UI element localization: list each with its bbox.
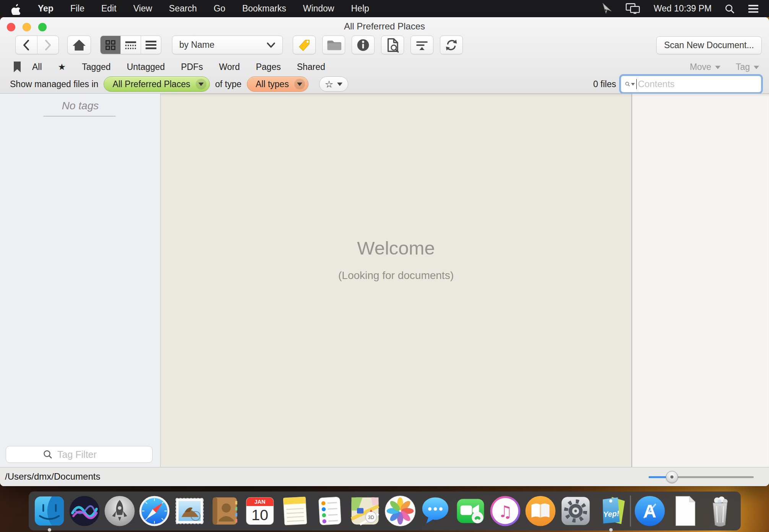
search-options-chevron-icon[interactable] xyxy=(631,83,635,86)
filter-tagged[interactable]: Tagged xyxy=(82,62,110,72)
dock-separator xyxy=(630,495,631,527)
safari-icon xyxy=(138,495,170,527)
icon-size-slider xyxy=(649,467,754,486)
dock-icon-finder[interactable] xyxy=(33,495,65,527)
divider xyxy=(43,116,116,117)
grid-view-button[interactable] xyxy=(101,36,120,54)
tag-filter-input[interactable] xyxy=(57,449,115,461)
quick-look-button[interactable] xyxy=(381,36,404,54)
forward-button[interactable] xyxy=(37,36,59,54)
chevron-down-icon xyxy=(266,42,276,48)
pointer-status-icon[interactable] xyxy=(602,3,612,15)
sort-select[interactable]: by Name xyxy=(172,36,283,54)
place-filter-value: All Preferred Places xyxy=(112,79,190,89)
menu-item-yep[interactable]: Yep xyxy=(29,3,62,14)
mail-icon xyxy=(174,495,206,527)
menu-item-edit[interactable]: Edit xyxy=(93,3,125,14)
app-store-letter: A xyxy=(643,501,656,521)
menu-item-file[interactable]: File xyxy=(62,3,93,14)
dock-icon-maps[interactable]: 3D xyxy=(349,495,381,527)
dock-icon-yep[interactable]: Yep! xyxy=(595,495,627,527)
filter-bar: All ★ Tagged Untagged PDFs Word Pages Sh… xyxy=(0,60,769,73)
detail-view-icon xyxy=(144,39,157,51)
detail-view-button[interactable] xyxy=(141,36,161,54)
tag-menu-button[interactable]: Tag xyxy=(736,62,759,72)
move-menu-button[interactable]: Move xyxy=(690,62,720,72)
menu-bar: Yep File Edit View Search Go Bookmarks W… xyxy=(0,0,769,17)
dock-icon-launchpad[interactable] xyxy=(104,495,136,527)
apple-menu[interactable] xyxy=(10,3,20,15)
refresh-button[interactable] xyxy=(440,36,463,54)
list-view-button[interactable] xyxy=(120,36,141,54)
documents-pane: Welcome (Looking for documents) xyxy=(161,94,631,467)
content-search-input[interactable] xyxy=(637,78,757,90)
filter-shared[interactable]: Shared xyxy=(297,62,325,72)
contacts-icon xyxy=(209,495,241,527)
dock-icon-reminders[interactable] xyxy=(314,495,346,527)
filter-all[interactable]: All xyxy=(32,62,42,72)
yep-window: All Preferred Places xyxy=(0,17,769,486)
menu-item-bookmarks[interactable]: Bookmarks xyxy=(234,3,295,14)
scan-new-document-button[interactable]: Scan New Document... xyxy=(656,36,762,54)
filter-word[interactable]: Word xyxy=(219,62,240,72)
place-filter-dropdown[interactable]: All Preferred Places xyxy=(104,76,209,92)
menu-item-window[interactable]: Window xyxy=(295,3,343,14)
reminders-icon xyxy=(314,495,346,527)
reveal-in-folder-button[interactable] xyxy=(322,36,345,54)
siri-icon xyxy=(68,495,101,527)
tag-label: Tag xyxy=(736,62,750,72)
trash-icon xyxy=(704,495,736,527)
bookmark-filter-button[interactable] xyxy=(13,61,21,73)
filter-untagged[interactable]: Untagged xyxy=(127,62,165,72)
system-preferences-icon xyxy=(560,495,592,527)
dock-icon-calendar[interactable]: JAN 10 xyxy=(244,495,276,527)
menu-bar-clock[interactable]: Wed 10:39 PM xyxy=(654,3,712,14)
dock-icon-document[interactable] xyxy=(669,495,701,527)
running-indicator xyxy=(609,528,613,532)
dock-icon-messages[interactable] xyxy=(419,495,451,527)
dock-icon-notes[interactable] xyxy=(279,495,311,527)
dock-icon-itunes[interactable]: ♫ xyxy=(489,495,521,527)
filter-pages[interactable]: Pages xyxy=(256,62,281,72)
search-icon xyxy=(625,79,630,89)
type-filter-dropdown[interactable]: All types xyxy=(247,76,308,92)
tag-filter-field[interactable] xyxy=(6,446,153,463)
star-filter-dropdown[interactable]: ☆ xyxy=(319,76,348,92)
dock: JAN 10 xyxy=(29,491,741,530)
dock-icon-trash[interactable] xyxy=(704,495,736,527)
dock-icon-app-store[interactable]: A xyxy=(634,495,666,527)
dock-icon-safari[interactable] xyxy=(138,495,170,527)
dock-icon-system-preferences[interactable] xyxy=(560,495,592,527)
arrange-button[interactable] xyxy=(410,36,433,54)
tag-button[interactable] xyxy=(293,36,316,54)
dock-icon-contacts[interactable] xyxy=(209,495,241,527)
dock-icon-photos[interactable] xyxy=(384,495,416,527)
dock-icon-siri[interactable] xyxy=(68,495,101,527)
calendar-month-label: JAN xyxy=(254,499,265,505)
notification-center-icon[interactable] xyxy=(748,4,759,14)
window-chrome: All Preferred Places xyxy=(0,17,769,94)
dock-icon-ibooks[interactable] xyxy=(524,495,556,527)
filter-starred[interactable]: ★ xyxy=(58,62,66,72)
spotlight-icon[interactable] xyxy=(725,4,735,14)
dock-icon-mail[interactable] xyxy=(174,495,206,527)
star-outline-icon: ☆ xyxy=(325,79,333,90)
displays-status-icon[interactable] xyxy=(625,3,641,15)
home-button[interactable] xyxy=(67,36,91,54)
menu-item-go[interactable]: Go xyxy=(205,3,234,14)
filter-pdfs[interactable]: PDFs xyxy=(181,62,203,72)
slider-knob[interactable] xyxy=(666,471,678,483)
calendar-day-label: 10 xyxy=(251,506,268,523)
view-mode-segmented-control xyxy=(100,36,161,54)
ibooks-icon xyxy=(524,495,556,527)
content-search-field[interactable] xyxy=(621,76,761,92)
menu-item-search[interactable]: Search xyxy=(161,3,205,14)
dock-icon-facetime[interactable] xyxy=(454,495,487,527)
sort-select-value: by Name xyxy=(179,40,214,50)
info-button[interactable] xyxy=(352,36,375,54)
menu-item-view[interactable]: View xyxy=(125,3,161,14)
back-button[interactable] xyxy=(16,36,37,54)
menu-item-help[interactable]: Help xyxy=(342,3,377,14)
text-caret xyxy=(636,79,637,89)
filter-bar-actions: Move Tag xyxy=(690,60,759,73)
